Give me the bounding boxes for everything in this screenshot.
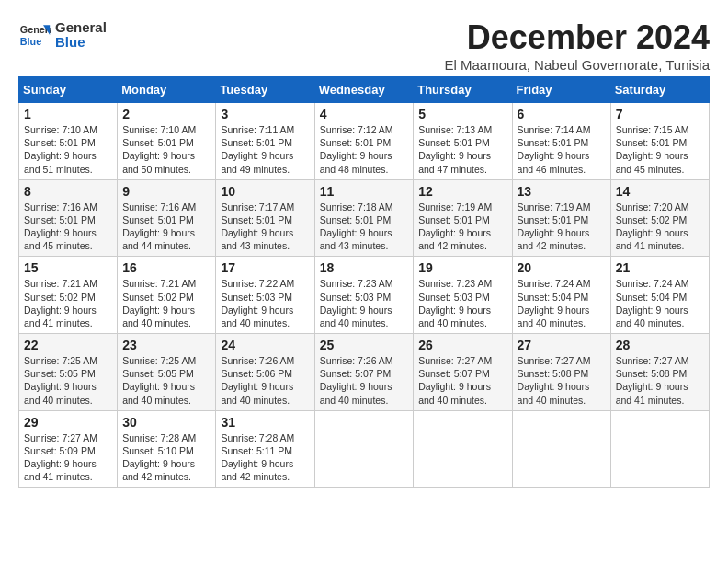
day-info: Sunrise: 7:23 AMSunset: 5:03 PMDaylight:… [320, 278, 393, 328]
day-number: 31 [221, 415, 309, 430]
header-saturday: Saturday [610, 77, 709, 103]
calendar-cell [610, 410, 709, 488]
day-number: 21 [616, 260, 704, 275]
logo-line1: General [55, 20, 107, 36]
day-number: 26 [418, 338, 506, 352]
calendar-cell: 14 Sunrise: 7:20 AMSunset: 5:02 PMDaylig… [610, 179, 709, 257]
day-info: Sunrise: 7:27 AMSunset: 5:08 PMDaylight:… [616, 355, 689, 406]
month-title: December 2024 [445, 18, 710, 57]
day-info: Sunrise: 7:11 AMSunset: 5:01 PMDaylight:… [221, 124, 294, 175]
title-section: December 2024 El Maamoura, Nabeul Govern… [445, 18, 710, 73]
calendar-cell: 27 Sunrise: 7:27 AMSunset: 5:08 PMDaylig… [512, 334, 610, 411]
calendar-cell: 25 Sunrise: 7:26 AMSunset: 5:07 PMDaylig… [314, 334, 414, 411]
day-info: Sunrise: 7:20 AMSunset: 5:02 PMDaylight:… [616, 201, 689, 252]
day-number: 28 [616, 338, 704, 352]
day-number: 18 [320, 260, 409, 275]
calendar-cell: 9 Sunrise: 7:16 AMSunset: 5:01 PMDayligh… [118, 179, 216, 257]
calendar-table: Sunday Monday Tuesday Wednesday Thursday… [18, 76, 710, 488]
calendar-cell: 16 Sunrise: 7:21 AMSunset: 5:02 PMDaylig… [118, 257, 216, 334]
day-info: Sunrise: 7:28 AMSunset: 5:10 PMDaylight:… [122, 432, 196, 483]
day-number: 20 [518, 260, 606, 275]
day-number: 1 [24, 107, 112, 121]
day-number: 2 [122, 107, 210, 121]
day-number: 11 [320, 184, 409, 199]
header-tuesday: Tuesday [216, 77, 314, 103]
calendar-cell: 6 Sunrise: 7:14 AMSunset: 5:01 PMDayligh… [512, 103, 610, 180]
calendar-cell: 24 Sunrise: 7:26 AMSunset: 5:06 PMDaylig… [216, 334, 314, 411]
day-number: 8 [24, 184, 112, 199]
logo-icon: General Blue [18, 18, 51, 52]
day-number: 14 [616, 184, 704, 199]
day-info: Sunrise: 7:27 AMSunset: 5:09 PMDaylight:… [24, 432, 97, 483]
day-number: 4 [320, 107, 409, 121]
day-info: Sunrise: 7:16 AMSunset: 5:01 PMDaylight:… [24, 201, 97, 252]
calendar-cell: 31 Sunrise: 7:28 AMSunset: 5:11 PMDaylig… [216, 410, 314, 488]
day-info: Sunrise: 7:23 AMSunset: 5:03 PMDaylight:… [418, 278, 492, 328]
calendar-cell: 20 Sunrise: 7:24 AMSunset: 5:04 PMDaylig… [512, 257, 610, 334]
calendar-cell: 30 Sunrise: 7:28 AMSunset: 5:10 PMDaylig… [118, 410, 216, 488]
calendar-cell: 2 Sunrise: 7:10 AMSunset: 5:01 PMDayligh… [118, 103, 216, 180]
day-number: 13 [518, 184, 606, 199]
header: General Blue General Blue December 2024 … [18, 18, 710, 73]
calendar-cell: 12 Sunrise: 7:19 AMSunset: 5:01 PMDaylig… [414, 179, 512, 257]
calendar-cell: 21 Sunrise: 7:24 AMSunset: 5:04 PMDaylig… [610, 257, 709, 334]
calendar-cell: 4 Sunrise: 7:12 AMSunset: 5:01 PMDayligh… [314, 103, 414, 180]
svg-text:Blue: Blue [20, 36, 41, 47]
calendar-cell: 11 Sunrise: 7:18 AMSunset: 5:01 PMDaylig… [314, 179, 414, 257]
calendar-header: Sunday Monday Tuesday Wednesday Thursday… [19, 77, 710, 103]
calendar-body: 1 Sunrise: 7:10 AMSunset: 5:01 PMDayligh… [19, 103, 710, 488]
day-info: Sunrise: 7:16 AMSunset: 5:01 PMDaylight:… [122, 201, 196, 252]
day-number: 29 [24, 415, 112, 430]
header-sunday: Sunday [19, 77, 118, 103]
calendar-cell [414, 410, 512, 488]
calendar-cell: 5 Sunrise: 7:13 AMSunset: 5:01 PMDayligh… [414, 103, 512, 180]
day-info: Sunrise: 7:14 AMSunset: 5:01 PMDaylight:… [518, 124, 591, 175]
day-info: Sunrise: 7:19 AMSunset: 5:01 PMDaylight:… [418, 201, 492, 252]
day-number: 10 [221, 184, 309, 199]
calendar-cell: 7 Sunrise: 7:15 AMSunset: 5:01 PMDayligh… [610, 103, 709, 180]
day-number: 15 [24, 260, 112, 275]
day-info: Sunrise: 7:25 AMSunset: 5:05 PMDaylight:… [122, 355, 196, 406]
day-info: Sunrise: 7:13 AMSunset: 5:01 PMDaylight:… [418, 124, 492, 175]
calendar-cell [512, 410, 610, 488]
calendar-cell: 8 Sunrise: 7:16 AMSunset: 5:01 PMDayligh… [19, 179, 118, 257]
day-number: 27 [518, 338, 606, 352]
day-number: 17 [221, 260, 309, 275]
day-info: Sunrise: 7:15 AMSunset: 5:01 PMDaylight:… [616, 124, 689, 175]
header-monday: Monday [118, 77, 216, 103]
calendar-cell: 3 Sunrise: 7:11 AMSunset: 5:01 PMDayligh… [216, 103, 314, 180]
day-info: Sunrise: 7:28 AMSunset: 5:11 PMDaylight:… [221, 432, 294, 483]
calendar-cell: 15 Sunrise: 7:21 AMSunset: 5:02 PMDaylig… [19, 257, 118, 334]
page-container: General Blue General Blue December 2024 … [18, 18, 710, 488]
day-number: 6 [518, 107, 606, 121]
header-thursday: Thursday [414, 77, 512, 103]
calendar-cell: 1 Sunrise: 7:10 AMSunset: 5:01 PMDayligh… [19, 103, 118, 180]
day-info: Sunrise: 7:27 AMSunset: 5:07 PMDaylight:… [418, 355, 492, 406]
day-number: 24 [221, 338, 309, 352]
calendar-cell: 18 Sunrise: 7:23 AMSunset: 5:03 PMDaylig… [314, 257, 414, 334]
calendar-cell: 26 Sunrise: 7:27 AMSunset: 5:07 PMDaylig… [414, 334, 512, 411]
logo: General Blue General Blue [18, 18, 107, 52]
day-number: 22 [24, 338, 112, 352]
day-number: 9 [122, 184, 210, 199]
day-info: Sunrise: 7:10 AMSunset: 5:01 PMDaylight:… [24, 124, 97, 175]
day-info: Sunrise: 7:19 AMSunset: 5:01 PMDaylight:… [518, 201, 591, 252]
calendar-cell: 23 Sunrise: 7:25 AMSunset: 5:05 PMDaylig… [118, 334, 216, 411]
day-info: Sunrise: 7:26 AMSunset: 5:06 PMDaylight:… [221, 355, 294, 406]
day-info: Sunrise: 7:22 AMSunset: 5:03 PMDaylight:… [221, 278, 294, 328]
day-info: Sunrise: 7:12 AMSunset: 5:01 PMDaylight:… [320, 124, 393, 175]
day-info: Sunrise: 7:21 AMSunset: 5:02 PMDaylight:… [122, 278, 196, 328]
calendar-cell: 13 Sunrise: 7:19 AMSunset: 5:01 PMDaylig… [512, 179, 610, 257]
header-friday: Friday [512, 77, 610, 103]
day-number: 30 [122, 415, 210, 430]
day-info: Sunrise: 7:21 AMSunset: 5:02 PMDaylight:… [24, 278, 97, 328]
day-number: 16 [122, 260, 210, 275]
day-info: Sunrise: 7:25 AMSunset: 5:05 PMDaylight:… [24, 355, 97, 406]
day-number: 25 [320, 338, 409, 352]
day-info: Sunrise: 7:27 AMSunset: 5:08 PMDaylight:… [518, 355, 591, 406]
day-number: 3 [221, 107, 309, 121]
day-info: Sunrise: 7:24 AMSunset: 5:04 PMDaylight:… [518, 278, 591, 328]
day-number: 7 [616, 107, 704, 121]
calendar-cell: 17 Sunrise: 7:22 AMSunset: 5:03 PMDaylig… [216, 257, 314, 334]
calendar-cell: 10 Sunrise: 7:17 AMSunset: 5:01 PMDaylig… [216, 179, 314, 257]
